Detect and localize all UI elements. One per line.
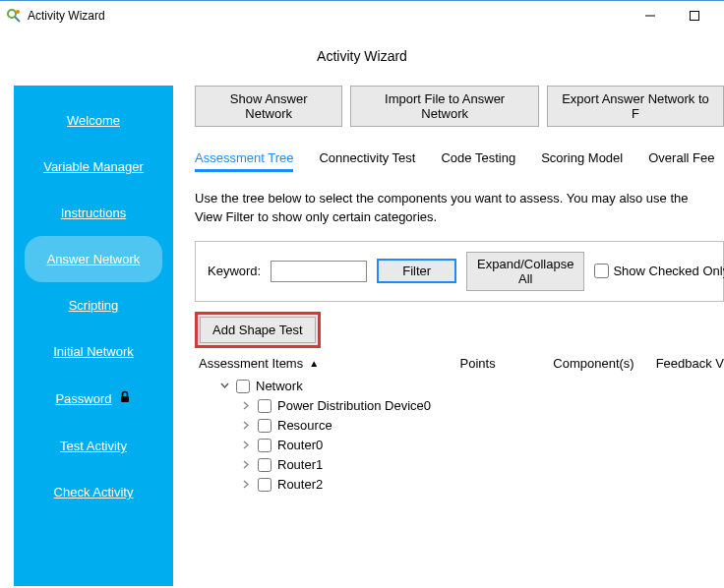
- show-answer-network-button[interactable]: Show Answer Network: [195, 86, 342, 127]
- tree-label: Network: [256, 379, 303, 393]
- tree-label: Router1: [277, 457, 323, 472]
- keyword-input[interactable]: [271, 261, 367, 282]
- export-file-button[interactable]: Export Answer Network to F: [547, 86, 724, 127]
- sidebar-item-label: Instructions: [61, 206, 126, 220]
- tree-checkbox[interactable]: [258, 419, 272, 433]
- page-title: Activity Wizard: [0, 30, 724, 86]
- add-shape-test-button[interactable]: Add Shape Test: [200, 317, 316, 343]
- show-checked-only-label[interactable]: Show Checked Only: [594, 264, 724, 278]
- sidebar-item-initial-network[interactable]: Initial Network: [25, 328, 162, 375]
- lock-icon: [118, 390, 132, 407]
- tab-assessment-tree[interactable]: Assessment Tree: [195, 150, 293, 172]
- tab-connectivity-test[interactable]: Connectivity Test: [319, 150, 415, 172]
- show-checked-only-checkbox[interactable]: [594, 264, 609, 278]
- keyword-label: Keyword:: [208, 264, 261, 278]
- tree-checkbox[interactable]: [258, 399, 272, 413]
- show-checked-only-text: Show Checked Only: [613, 264, 724, 278]
- tree-checkbox[interactable]: [258, 478, 272, 492]
- tree-header-components[interactable]: Component(s): [553, 356, 655, 371]
- tree-header-points[interactable]: Points: [460, 356, 554, 371]
- tree-label: Power Distribution Device0: [277, 398, 431, 413]
- tree-header-feedback[interactable]: Feedback V: [656, 356, 724, 371]
- tree-checkbox[interactable]: [236, 380, 250, 393]
- sidebar-item-label: Scripting: [69, 298, 119, 313]
- sidebar-item-label: Variable Manager: [43, 159, 144, 174]
- tree-row[interactable]: Resource: [201, 416, 724, 436]
- window-title: Activity Wizard: [28, 9, 105, 23]
- tree-label: Router0: [277, 438, 323, 452]
- svg-point-0: [8, 10, 16, 18]
- tree-checkbox[interactable]: [258, 458, 272, 472]
- sidebar-item-check-activity[interactable]: Check Activity: [25, 469, 162, 515]
- svg-rect-5: [121, 396, 129, 402]
- tree-checkbox[interactable]: [258, 439, 272, 452]
- sidebar-item-instructions[interactable]: Instructions: [25, 190, 162, 236]
- tree-row[interactable]: Router2: [201, 475, 724, 495]
- minimize-button[interactable]: [628, 2, 672, 29]
- svg-rect-4: [690, 12, 698, 21]
- filter-bar: Keyword: Filter Expand/Collapse All Show…: [195, 241, 724, 302]
- expand-collapse-button[interactable]: Expand/Collapse All: [466, 252, 584, 291]
- toolbar: Show Answer Network Import File to Answe…: [195, 86, 724, 127]
- sidebar-item-label: Password: [55, 391, 111, 406]
- chevron-right-icon[interactable]: [240, 401, 252, 410]
- import-file-button[interactable]: Import File to Answer Network: [350, 86, 539, 127]
- title-bar: Activity Wizard: [0, 1, 724, 30]
- tab-scoring-model[interactable]: Scoring Model: [541, 150, 623, 172]
- sidebar-item-welcome[interactable]: Welcome: [25, 97, 162, 144]
- sidebar-item-label: Answer Network: [47, 252, 141, 266]
- sidebar-item-label: Welcome: [67, 113, 120, 128]
- chevron-right-icon[interactable]: [240, 441, 252, 449]
- chevron-right-icon[interactable]: [240, 480, 252, 489]
- sidebar-item-test-activity[interactable]: Test Activity: [25, 423, 162, 469]
- instructions-text: Use the tree below to select the compone…: [195, 190, 724, 227]
- sidebar-item-scripting[interactable]: Scripting: [25, 282, 162, 328]
- maximize-button[interactable]: [672, 2, 716, 29]
- tree-row[interactable]: Router0: [201, 436, 724, 455]
- tree-header: Assessment Items ▲ Points Component(s) F…: [195, 354, 724, 375]
- tab-overall-fee[interactable]: Overall Fee: [648, 150, 714, 172]
- assessment-tree: Network Power Distribution Device0 Resou…: [195, 375, 724, 495]
- tree-label: Router2: [277, 477, 323, 492]
- chevron-right-icon[interactable]: [240, 421, 252, 430]
- tree-row-network[interactable]: Network: [201, 377, 724, 396]
- tree-label: Resource: [277, 418, 332, 433]
- sort-ascending-icon: ▲: [309, 358, 319, 369]
- sidebar-item-label: Initial Network: [53, 344, 134, 359]
- svg-point-2: [16, 10, 20, 14]
- sidebar-item-password[interactable]: Password: [25, 375, 162, 423]
- sidebar-item-label: Check Activity: [54, 485, 134, 500]
- tab-code-testing[interactable]: Code Testing: [441, 150, 515, 172]
- app-icon: [6, 8, 22, 24]
- tabs: Assessment Tree Connectivity Test Code T…: [195, 150, 724, 172]
- sidebar-item-label: Test Activity: [60, 439, 127, 453]
- filter-button[interactable]: Filter: [377, 259, 456, 283]
- sidebar: Welcome Variable Manager Instructions An…: [14, 86, 173, 586]
- tree-header-assessment-items[interactable]: Assessment Items: [199, 356, 303, 371]
- svg-line-1: [15, 17, 20, 22]
- chevron-right-icon[interactable]: [240, 460, 252, 469]
- sidebar-item-answer-network[interactable]: Answer Network: [25, 236, 162, 282]
- tree-row[interactable]: Router1: [201, 455, 724, 475]
- chevron-down-icon[interactable]: [218, 382, 230, 390]
- add-shape-test-highlight: Add Shape Test: [195, 312, 321, 348]
- main-panel: Show Answer Network Import File to Answe…: [173, 86, 724, 586]
- tree-row[interactable]: Power Distribution Device0: [201, 396, 724, 416]
- sidebar-item-variable-manager[interactable]: Variable Manager: [25, 144, 162, 190]
